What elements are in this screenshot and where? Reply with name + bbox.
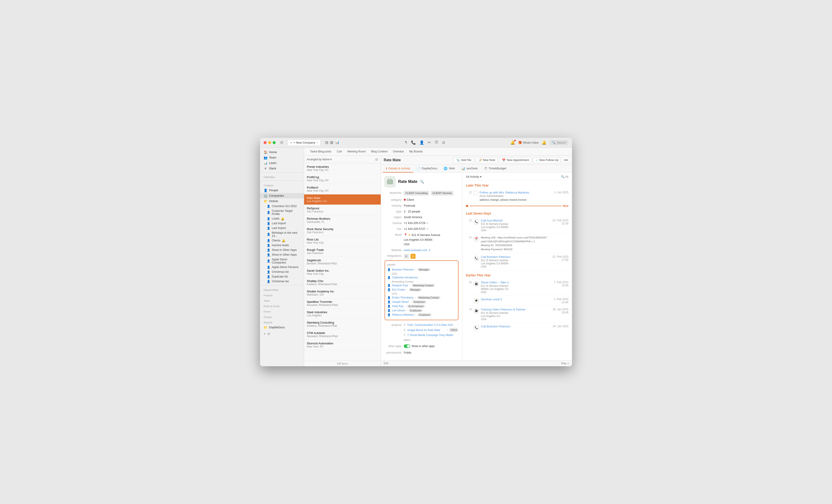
sidebar-item-last-import-1[interactable]: 👤 Last Import bbox=[260, 221, 304, 226]
list-item[interactable]: Rock Stone Security San Fancisco bbox=[304, 226, 381, 236]
list-filter-icon[interactable]: ⊟ bbox=[375, 158, 378, 161]
person-name-lee[interactable]: Lee Simon bbox=[392, 309, 405, 312]
list-sort-button[interactable]: Arranged by Name ▾ bbox=[307, 158, 375, 161]
sidebar-item-show-other-1[interactable]: 👤 Show in Other Apps bbox=[260, 248, 304, 252]
tab-blog-content[interactable]: Blog Content bbox=[369, 149, 390, 154]
sidebar-item-daylitedocs[interactable]: 📁 DayliteDocs bbox=[260, 325, 304, 330]
company-search-icon[interactable]: 🔍 bbox=[420, 180, 424, 184]
maximize-button[interactable] bbox=[272, 141, 276, 144]
timer-icon[interactable]: ⏱ bbox=[435, 140, 438, 145]
sidebar-item-inactive-leads[interactable]: 👤 inactive leads bbox=[260, 243, 304, 248]
act-title-call-brandon-1[interactable]: Call Brandon Peterson bbox=[481, 255, 550, 258]
activity-filter-icon[interactable]: 🔍 All bbox=[561, 175, 568, 178]
person-name-catherine[interactable]: Catherine Henderson bbox=[392, 276, 418, 279]
sidebar-item-clients[interactable]: 👤 Clients 🔔 bbox=[260, 238, 304, 243]
tab-sevdesk[interactable]: 📊 sevDesk bbox=[458, 165, 481, 172]
sidebar-item-columbus[interactable]: 👤 Columbus Oct 2022 bbox=[260, 204, 304, 208]
new-company-button[interactable]: + + New Company ▾ bbox=[287, 139, 320, 146]
contacts-icon[interactable]: 👤 bbox=[419, 140, 424, 145]
sidebar-item-leads[interactable]: 👤 Leads 🔔 bbox=[260, 216, 304, 221]
activity-sort-button[interactable]: All Activity ▾ bbox=[466, 175, 561, 178]
slack-integration-icon[interactable]: # bbox=[404, 254, 409, 259]
list-item[interactable]: Shotter Academy Inc Markham, ON bbox=[304, 288, 381, 298]
list-item[interactable]: Shabby Chic Koblenz, Rheinland-Pfalz bbox=[304, 278, 381, 288]
tab-my-boards[interactable]: My Boards bbox=[407, 149, 425, 154]
grid-view-icon[interactable]: ⊞ bbox=[330, 140, 333, 145]
proj-name-1[interactable]: Fare: Communication 2.0 in New York bbox=[408, 323, 456, 327]
list-item[interactable]: Rough Trade San Fancisco bbox=[304, 246, 381, 257]
list-item[interactable]: ProfitCog New York City, NY bbox=[304, 174, 381, 184]
list-item[interactable]: ReSprout San Fancisco bbox=[304, 205, 381, 215]
sidebar-item-team[interactable]: 👥 Team bbox=[260, 155, 304, 160]
search-box[interactable]: 🔍 Search bbox=[550, 140, 568, 145]
show-other-apps-toggle[interactable] bbox=[404, 344, 410, 348]
list-item[interactable]: Steinberg Consulting Koblenz, Rheinland-… bbox=[304, 319, 381, 330]
tab-web[interactable]: 🌐 Web bbox=[440, 165, 458, 172]
whats-new-button[interactable]: 🎁 What's New bbox=[518, 141, 539, 144]
chart-view-icon[interactable]: 📊 bbox=[335, 140, 339, 145]
person-name-joseph[interactable]: Joseph Wood bbox=[392, 300, 409, 304]
map-button[interactable]: Map ◇ bbox=[561, 362, 569, 365]
person-name-kelly[interactable]: Kelly Ray bbox=[392, 305, 404, 308]
sidebar-item-apple-demo-companies[interactable]: 👤 Apple Demo Companies bbox=[260, 257, 304, 265]
edit-phone-icon[interactable]: ✏ bbox=[426, 221, 428, 225]
scissors-icon[interactable]: ✂ bbox=[428, 140, 431, 145]
act-title-seminar[interactable]: Seminar Level 2 bbox=[481, 298, 552, 301]
sidebar-item-slack[interactable]: # Slack bbox=[260, 166, 304, 171]
list-view-icon[interactable]: ⊟ bbox=[325, 140, 328, 145]
act-title-training[interactable]: Training Video Peterson & Partner bbox=[481, 308, 551, 311]
list-item[interactable]: Ross Ltd. New York City bbox=[304, 236, 381, 246]
sidebar-toggle-icon[interactable]: ⊞ bbox=[280, 140, 285, 145]
new-follow-up-button[interactable]: ✓ New Follow-Up bbox=[533, 157, 561, 163]
keyword-tag-2[interactable]: CLIENT Seminar bbox=[431, 191, 454, 196]
act-title-call-ana[interactable]: Call Ana Mitchell bbox=[481, 219, 550, 222]
tab-tasks-blog[interactable]: Tasks-Blog posts bbox=[308, 149, 334, 154]
back-icon[interactable]: ↰ bbox=[404, 140, 408, 145]
list-item[interactable]: Stark Industries Los Angeles bbox=[304, 309, 381, 319]
person-name-dwayne[interactable]: Dwayne Paul bbox=[392, 284, 408, 287]
list-item[interactable]: Sturrock Automation New York, NY bbox=[304, 340, 381, 350]
person-name-rebecca[interactable]: Rebecca Martinez bbox=[392, 313, 414, 316]
new-note-button[interactable]: 📝 New Note bbox=[476, 157, 498, 163]
sidebar-settings-icon[interactable]: ⊟ bbox=[267, 332, 270, 336]
sidebar-item-christmas-2[interactable]: 👤 Christmas list bbox=[260, 279, 304, 284]
list-item-selected[interactable]: Rate Mate Los Angeles, CA bbox=[304, 194, 381, 205]
tab-daylitedocs[interactable]: 📄 DayliteDocs bbox=[413, 165, 440, 172]
act-checkbox-follow-up[interactable] bbox=[474, 191, 478, 195]
list-item[interactable]: Richman Brothers Gainesville, FL bbox=[304, 215, 381, 226]
other-integration-icon[interactable]: ⊟ bbox=[411, 254, 416, 259]
keyword-tag-1[interactable]: CLIENT Consulting bbox=[404, 191, 429, 196]
act-title-follow-up[interactable]: Follow up with Mrs. Rebecca Martinez bbox=[479, 191, 552, 194]
sidebar-item-customer-target[interactable]: 👤 Customer Target Profile bbox=[260, 208, 304, 216]
tab-meeting-room[interactable]: Meeting Room bbox=[345, 149, 368, 154]
tab-carl[interactable]: Carl bbox=[334, 149, 344, 154]
tab-details-activity[interactable]: ℹ Details & Activity bbox=[383, 165, 413, 172]
sidebar-item-last-import-2[interactable]: 👤 Last Import bbox=[260, 226, 304, 230]
notifications-bell-icon[interactable]: 🔔 bbox=[510, 140, 515, 145]
new-appointment-button[interactable]: 📅 New Appointment bbox=[499, 157, 531, 163]
list-item[interactable]: Presto Industries New York City, NY bbox=[304, 163, 381, 174]
list-item[interactable]: Profitech New York City, NY bbox=[304, 184, 381, 194]
proj-name-3[interactable]: !! Social Media Campaign Grey Matter bbox=[408, 333, 456, 337]
website-link[interactable]: www.example.com bbox=[404, 249, 427, 252]
close-button[interactable] bbox=[264, 141, 266, 144]
tab-overdue[interactable]: Overdue bbox=[391, 149, 406, 154]
phone-icon[interactable]: 📞 bbox=[411, 140, 416, 145]
target-icon[interactable]: ⊙ bbox=[442, 140, 445, 145]
sidebar-item-show-other-2[interactable]: 👤 Show in Other Apps bbox=[260, 252, 304, 257]
add-sidebar-icon[interactable]: + bbox=[264, 332, 266, 336]
sidebar-item-people[interactable]: 👤 People bbox=[260, 188, 304, 193]
sidebar-item-duplicate[interactable]: 👤 Duplicate list bbox=[260, 274, 304, 279]
person-name-erskin[interactable]: Erskin Thornberry bbox=[392, 296, 414, 299]
list-item[interactable]: Sarah Sutton Inc. New York City bbox=[304, 267, 381, 278]
tab-time-budget[interactable]: ⏱ Time&Budget bbox=[481, 165, 510, 172]
edit-button[interactable]: Edit bbox=[384, 362, 388, 365]
list-item[interactable]: Spedition Trommler Neuwied, Rheinland-Pf… bbox=[304, 298, 381, 309]
alert-icon[interactable]: 🔔 bbox=[542, 140, 546, 145]
more-options-icon[interactable]: ••• bbox=[563, 157, 569, 163]
edit-fax-icon[interactable]: ✏ bbox=[426, 227, 428, 231]
list-item[interactable]: STM Autoteile Neuwied, Rheinland-Pfalz bbox=[304, 330, 381, 340]
sidebar-item-learn[interactable]: 📊 Learn bbox=[260, 160, 304, 166]
minimize-button[interactable] bbox=[268, 141, 271, 144]
proj-name-2[interactable]: Image-Movie for Rate Mate bbox=[408, 328, 445, 332]
